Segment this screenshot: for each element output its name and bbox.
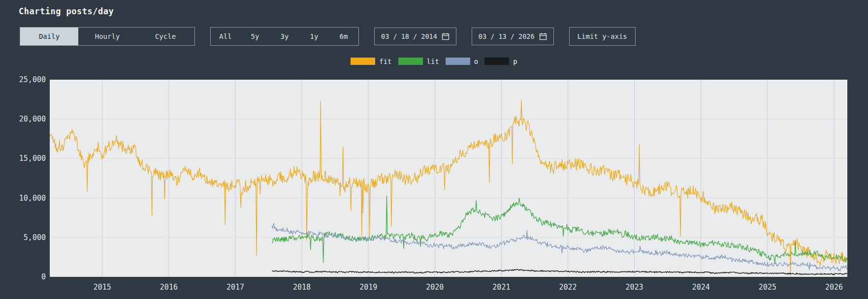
end-date-input[interactable]: 03 / 13 / 2026	[472, 28, 554, 45]
range-option-6m[interactable]: 6m	[329, 28, 358, 45]
y-axis-tick-label: 5,000	[24, 233, 46, 242]
range-option-3y[interactable]: 3y	[270, 28, 299, 45]
legend-label-p: p	[513, 58, 517, 65]
legend-item-fit[interactable]: fit	[351, 58, 391, 65]
granularity-option-hourly[interactable]: Hourly	[78, 28, 136, 45]
x-axis-tick-label: 2017	[226, 283, 244, 292]
range-control: All 5y 3y 1y 6m	[210, 27, 359, 46]
start-date-input[interactable]: 03 / 18 / 2014	[374, 28, 456, 45]
calendar-icon[interactable]	[442, 32, 450, 40]
plot-area[interactable]	[50, 80, 847, 277]
x-axis-tick-label: 2024	[692, 283, 710, 292]
legend-item-o[interactable]: o	[446, 58, 478, 65]
x-axis-tick-label: 2020	[426, 283, 444, 292]
x-axis-tick-label: 2021	[492, 283, 510, 292]
legend-swatch-o	[446, 58, 470, 65]
range-option-5y[interactable]: 5y	[240, 28, 270, 45]
x-axis-tick-label: 2016	[160, 283, 178, 292]
range-option-all[interactable]: All	[211, 28, 240, 45]
x-axis-tick-label: 2018	[293, 283, 311, 292]
granularity-control: Daily Hourly Cycle	[20, 27, 195, 46]
y-axis-tick-label: 0	[41, 272, 46, 281]
x-axis-tick-label: 2019	[359, 283, 377, 292]
x-axis-tick-label: 2025	[759, 283, 776, 292]
calendar-icon[interactable]	[539, 32, 547, 40]
legend-swatch-fit	[351, 58, 375, 65]
x-axis-tick-label: 2026	[825, 283, 843, 292]
x-axis-tick-label: 2022	[559, 283, 577, 292]
page-title: Charting posts/day	[19, 6, 868, 16]
granularity-option-daily[interactable]: Daily	[20, 28, 78, 45]
y-axis-tick-label: 25,000	[19, 75, 46, 84]
legend-swatch-lit	[398, 58, 423, 65]
y-axis-tick-label: 20,000	[19, 115, 46, 123]
legend-swatch-p	[484, 58, 509, 65]
x-axis-tick-label: 2015	[94, 283, 111, 292]
y-axis-tick-label: 15,000	[19, 154, 46, 163]
range-option-1y[interactable]: 1y	[299, 28, 329, 45]
legend-item-lit[interactable]: lit	[398, 58, 439, 65]
y-axis-tick-label: 10,000	[19, 194, 46, 203]
chart-svg[interactable]: 05,00010,00015,00020,00025,0002015201620…	[0, 68, 868, 299]
charting-app: Charting posts/day Daily Hourly Cycle Al…	[0, 0, 868, 299]
controls-toolbar: Daily Hourly Cycle All 5y 3y 1y 6m 03 / …	[20, 27, 868, 46]
limit-y-axis-button[interactable]: Limit y-axis	[569, 27, 636, 46]
start-date-value: 03 / 18 / 2014	[381, 32, 437, 40]
x-axis-tick-label: 2023	[626, 283, 643, 292]
chart-legend: fit lit o p	[0, 58, 868, 65]
end-date-value: 03 / 13 / 2026	[479, 32, 535, 40]
legend-label-fit: fit	[379, 58, 391, 65]
legend-label-lit: lit	[427, 58, 439, 65]
legend-item-p[interactable]: p	[484, 58, 517, 65]
granularity-option-cycle[interactable]: Cycle	[136, 28, 194, 45]
legend-label-o: o	[474, 58, 478, 65]
